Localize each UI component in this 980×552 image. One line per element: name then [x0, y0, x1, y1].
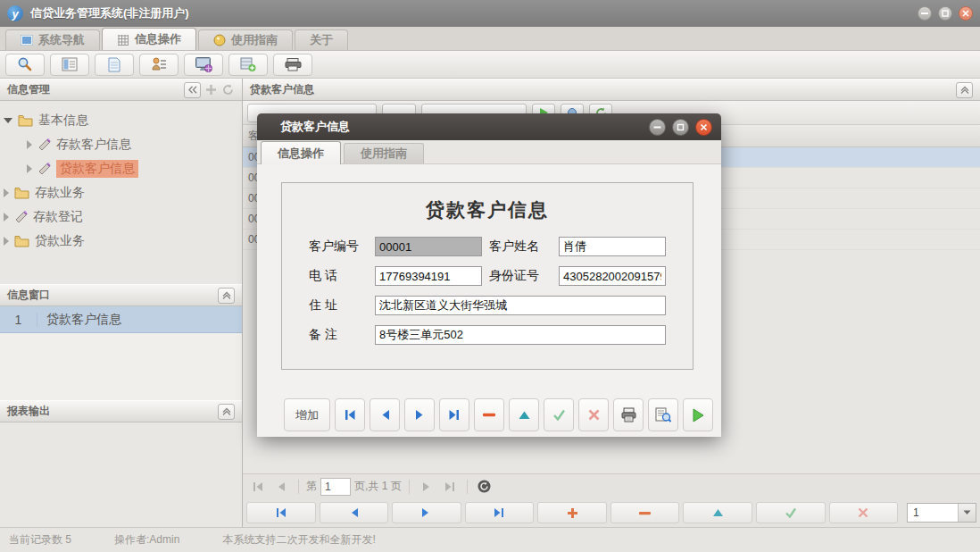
first-page-button[interactable]	[248, 477, 268, 497]
top-toolbar	[0, 51, 980, 79]
info-window-item[interactable]: 1 贷款客户信息	[0, 306, 242, 333]
close-icon	[700, 123, 708, 131]
user-manage-button[interactable]	[139, 54, 179, 76]
info-manage-header: 信息管理	[0, 79, 242, 101]
tree-item-basic-info[interactable]: 基本信息	[4, 108, 238, 132]
maximize-icon	[942, 10, 949, 17]
customer-id-field[interactable]	[375, 237, 482, 256]
customer-id-label: 客户编号	[309, 238, 368, 255]
form-icon	[62, 57, 78, 71]
monitor-globe-button[interactable]	[184, 54, 223, 76]
cancel-button[interactable]	[578, 398, 609, 431]
close-icon	[962, 10, 969, 17]
data-export-button[interactable]	[228, 54, 268, 76]
phone-field[interactable]	[375, 266, 482, 286]
next-record-button[interactable]	[404, 398, 435, 431]
search-button[interactable]	[5, 54, 45, 76]
collapse-sidebar-button[interactable]	[184, 82, 201, 98]
tree-item-loan-business[interactable]: 贷款业务	[4, 229, 238, 253]
monitor-globe-icon	[195, 57, 212, 72]
prev-record-button[interactable]	[370, 398, 400, 431]
system-message: 本系统支持二次开发和全新开发!	[222, 532, 375, 548]
folder-icon	[14, 187, 29, 199]
collapsed-arrow-icon[interactable]	[27, 164, 32, 173]
nav-edit-button[interactable]	[683, 502, 752, 523]
refresh-page-button[interactable]	[475, 477, 494, 497]
id-number-field[interactable]	[559, 266, 666, 286]
app-window: y 信贷业务管理系统(非注册用户) 系统导航 信息操作 使用指南 关于	[0, 0, 980, 552]
form-title: 贷款客户信息	[309, 197, 666, 222]
minimize-button[interactable]	[918, 6, 932, 21]
tree-item-deposit-customer[interactable]: 存款客户信息	[4, 132, 238, 156]
tab-info-operation[interactable]: 信息操作	[102, 28, 196, 50]
dialog-close-button[interactable]	[695, 119, 712, 136]
print-button[interactable]	[273, 54, 312, 76]
document-button[interactable]	[95, 54, 134, 76]
expanded-arrow-icon[interactable]	[4, 118, 12, 123]
first-record-icon	[344, 409, 356, 421]
address-field[interactable]	[375, 296, 666, 315]
customer-form: 客户编号 客户姓名 电 话 身份证号 住 址 备 注	[309, 237, 666, 345]
nav-delete-button[interactable]	[610, 502, 680, 523]
nav-confirm-button[interactable]	[756, 502, 826, 523]
tab-about[interactable]: 关于	[295, 29, 348, 50]
database-add-icon	[240, 57, 256, 71]
dropdown-button[interactable]	[958, 504, 976, 522]
last-record-button[interactable]	[439, 398, 469, 431]
tree-item-deposit-register[interactable]: 存款登记	[4, 205, 238, 229]
nav-first-button[interactable]	[246, 502, 316, 523]
confirm-button[interactable]	[544, 398, 574, 431]
collapsed-arrow-icon[interactable]	[4, 188, 9, 197]
info-window-header: 信息窗口	[0, 284, 242, 306]
nav-add-button[interactable]	[537, 502, 607, 523]
first-record-button[interactable]	[335, 398, 365, 431]
customer-name-field[interactable]	[559, 237, 666, 256]
collapse-main-panel-button[interactable]	[956, 82, 973, 98]
tab-user-guide[interactable]: 使用指南	[198, 29, 293, 50]
page-number-input[interactable]	[320, 478, 351, 496]
print-record-button[interactable]	[613, 398, 644, 431]
prev-page-button[interactable]	[271, 477, 291, 497]
dialog-titlebar[interactable]: 贷款客户信息	[257, 113, 721, 140]
selected-tree-label: 贷款客户信息	[56, 160, 138, 178]
record-count-select[interactable]: 1	[907, 503, 976, 523]
record-count-status: 当前记录数 5	[9, 532, 71, 548]
window-title: 信贷业务管理系统(非注册用户)	[30, 5, 918, 21]
tab-system-nav[interactable]: 系统导航	[5, 29, 100, 50]
folder-open-icon	[18, 114, 33, 127]
nav-prev-button[interactable]	[320, 502, 389, 523]
nav-cancel-button[interactable]	[829, 502, 899, 523]
tree-item-loan-customer[interactable]: 贷款客户信息	[4, 156, 238, 180]
collapsed-arrow-icon[interactable]	[4, 237, 9, 246]
prev-record-icon	[349, 507, 359, 518]
dialog-minimize-button[interactable]	[649, 119, 666, 136]
nav-next-button[interactable]	[392, 502, 461, 523]
remark-field[interactable]	[375, 325, 666, 345]
dialog-tab-user-guide[interactable]: 使用指南	[344, 143, 424, 163]
refresh-tree-button[interactable]	[220, 83, 235, 97]
add-node-button[interactable]	[203, 83, 218, 97]
chevron-up-icon	[222, 407, 231, 415]
delete-record-button[interactable]	[474, 398, 504, 431]
confirm-icon	[785, 507, 797, 518]
dialog-tab-info-operation[interactable]: 信息操作	[261, 141, 341, 164]
next-record-icon	[415, 409, 425, 421]
edit-record-icon	[519, 411, 530, 420]
collapse-report-button[interactable]	[218, 404, 235, 420]
collapse-info-window-button[interactable]	[218, 288, 235, 304]
collapsed-arrow-icon[interactable]	[27, 140, 32, 149]
edit-record-button[interactable]	[509, 398, 539, 431]
maximize-button[interactable]	[938, 6, 952, 21]
dialog-maximize-button[interactable]	[672, 119, 689, 136]
collapsed-arrow-icon[interactable]	[4, 213, 9, 222]
next-page-button[interactable]	[417, 477, 436, 497]
close-button[interactable]	[959, 6, 973, 21]
tree-item-deposit-business[interactable]: 存款业务	[4, 180, 238, 205]
nav-last-button[interactable]	[465, 502, 535, 523]
form-view-button[interactable]	[50, 54, 89, 76]
last-page-button[interactable]	[440, 477, 460, 497]
id-number-label: 身份证号	[489, 268, 552, 284]
run-button[interactable]	[683, 398, 713, 431]
add-button[interactable]: 增加	[284, 398, 330, 431]
print-preview-button[interactable]	[648, 398, 678, 431]
